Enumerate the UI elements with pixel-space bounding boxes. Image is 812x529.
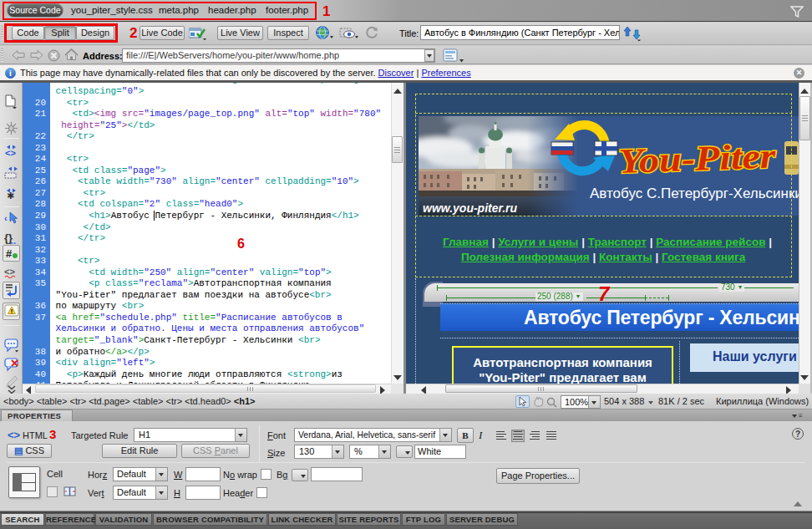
svg-text:‹: ‹ [4,213,8,223]
svg-text:#: # [6,247,13,260]
svg-text:<>: <> [5,148,16,157]
svg-text:✱: ✱ [7,191,14,200]
svg-text:{}: {} [4,231,13,244]
svg-text:<>: <> [4,267,15,277]
